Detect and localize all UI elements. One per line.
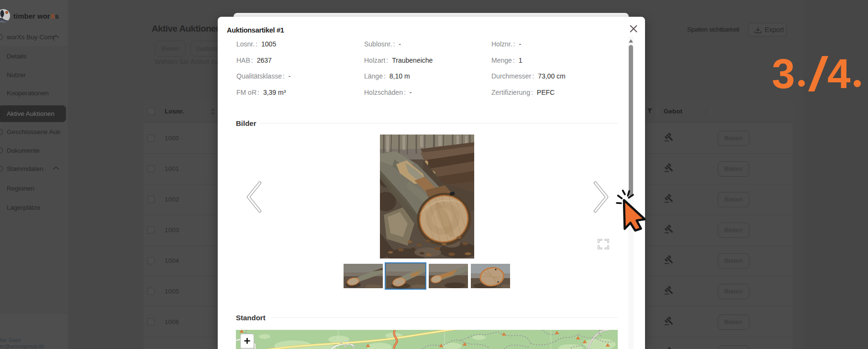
svg-text:timber worXs: timber worXs <box>13 12 59 20</box>
